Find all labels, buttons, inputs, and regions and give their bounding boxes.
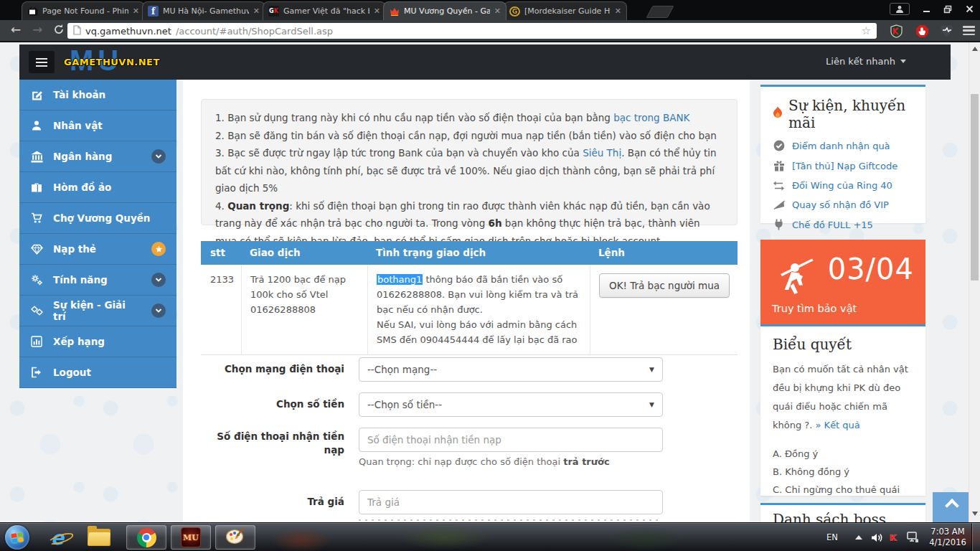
- scrollbar-thumb[interactable]: [971, 94, 979, 281]
- site-logo[interactable]: MU GAMETHUVN.NET: [64, 46, 171, 78]
- tray-time: 7:03 AM: [925, 527, 970, 537]
- browser-tab-3[interactable]: GK Gamer Việt đã "hack bất tử" ✕: [263, 1, 386, 20]
- chevron-up-icon: [855, 535, 862, 540]
- browser-tabbar: Page Not Found - Phim onli ✕ f MU Hà Nội…: [0, 0, 980, 20]
- logout-icon: [30, 367, 43, 378]
- form-row-amount: Chọn số tiền --Chọn số tiền--▼: [201, 392, 738, 417]
- taskbar-ie-icon[interactable]: e: [42, 525, 73, 550]
- event-item-diem-danh[interactable]: Điểm danh nhận quà: [773, 140, 913, 151]
- tray-hidden-icons-button[interactable]: [855, 523, 862, 551]
- poll-option-b: B. Không đồng ý: [773, 463, 913, 481]
- profile-icon[interactable]: [890, 3, 910, 15]
- sidebar-item-tinh-nang[interactable]: Tính năng: [19, 265, 176, 296]
- select-caret-icon: ▼: [649, 366, 654, 373]
- mu-crown-icon: [389, 6, 400, 17]
- forward-button[interactable]: →: [29, 22, 46, 37]
- tray-network-icon[interactable]: [905, 523, 919, 551]
- tab-title: MU Hà Nội- Gamethuvn.net: [163, 2, 249, 21]
- back-button[interactable]: ←: [7, 22, 24, 37]
- sidebar-item-tai-khoan[interactable]: Tài khoản: [19, 80, 176, 110]
- pay-buyer-button[interactable]: OK! Trả bạc người mua: [599, 273, 730, 298]
- briefcase-icon: [30, 182, 43, 193]
- sieu-thi-link[interactable]: Siêu Thị: [583, 147, 621, 159]
- page-scrollbar[interactable]: [969, 42, 980, 522]
- sidebar-item-nhan-vat[interactable]: Nhân vật: [19, 110, 176, 141]
- tray-volume-icon[interactable]: [871, 523, 883, 551]
- gift-icon: [773, 160, 785, 171]
- reload-icon[interactable]: [50, 24, 67, 38]
- windows-flag-icon: [11, 532, 24, 542]
- chevron-down-icon[interactable]: [151, 149, 166, 164]
- scrollbar-up-arrow[interactable]: [972, 47, 978, 51]
- browser-tab-2[interactable]: f MU Hà Nội- Gamethuvn.net ✕: [142, 1, 265, 20]
- bank-icon: [30, 151, 43, 163]
- bookmark-star-icon[interactable]: ☆: [862, 24, 871, 37]
- browser-toolbar: ← → vq.gamethuvn.net/account/#auth/ShopC…: [0, 20, 980, 42]
- tray-clock[interactable]: 7:03 AM 4/1/2016: [925, 527, 970, 548]
- sidebar-item-su-kien-giai-tri[interactable]: Sự kiện - Giải trí: [19, 296, 176, 326]
- amount-select[interactable]: --Chọn số tiền--▼: [359, 392, 663, 417]
- tab-close-icon[interactable]: ✕: [253, 7, 260, 15]
- user-icon: [30, 120, 43, 131]
- event-item-che-do[interactable]: Chế đồ FULL +15: [773, 219, 913, 230]
- restore-button[interactable]: [943, 4, 953, 14]
- sidebar-item-hom-do-ao[interactable]: Hòm đồ ảo: [19, 172, 176, 203]
- browser-tab-1[interactable]: Page Not Found - Phim onli ✕: [22, 1, 145, 20]
- browser-tab-5[interactable]: G [Mordekaiser Guide Hybird ✕: [504, 1, 627, 20]
- facebook-icon: f: [148, 6, 159, 17]
- price-input[interactable]: [359, 490, 663, 514]
- address-bar[interactable]: vq.gamethuvn.net/account/#auth/ShopCardS…: [67, 23, 877, 39]
- kaspersky-extension-icon[interactable]: [888, 23, 904, 39]
- event-item-quay-so[interactable]: Quay số nhận đồ VIP: [773, 199, 913, 210]
- taskbar-paint-button[interactable]: [215, 525, 255, 550]
- event-item-giftcode[interactable]: [Tân thủ] Nạp Giftcode: [773, 160, 913, 171]
- chevron-down-icon: [900, 60, 906, 63]
- banner-label: Truy tìm bảo vật: [772, 303, 857, 314]
- browser-tab-4-active[interactable]: MU Vương Quyền - Gameth ✕: [383, 1, 507, 20]
- taskbar-mu-game-button[interactable]: MU: [171, 525, 211, 550]
- event-item-doi-wing[interactable]: Đổi Wing của Ring 40: [773, 180, 913, 191]
- heart-extension-icon[interactable]: [938, 23, 954, 39]
- adblock-extension-icon[interactable]: [914, 23, 930, 39]
- phone-input[interactable]: [359, 428, 663, 452]
- tab-close-icon[interactable]: ✕: [374, 7, 380, 15]
- edit-icon: [30, 89, 43, 101]
- network-select[interactable]: --Chọn mạng--▼: [359, 357, 663, 382]
- chevron-up-icon: [945, 499, 959, 513]
- scrollbar-down-arrow[interactable]: [972, 512, 978, 516]
- tab-close-icon[interactable]: ✕: [615, 7, 621, 15]
- chevron-down-icon[interactable]: [151, 303, 166, 318]
- close-button[interactable]: [964, 4, 974, 14]
- sidebar-item-nap-the[interactable]: Nạp thẻ: [19, 234, 176, 265]
- taskbar: e MU EN K 7:03 AM 4/1/2016: [0, 522, 980, 551]
- clipped-help-text: [359, 519, 660, 521]
- start-button[interactable]: [5, 525, 29, 550]
- show-desktop-button[interactable]: [971, 523, 980, 551]
- quick-links-menu[interactable]: Liên kết nhanh: [826, 56, 906, 67]
- hamburger-menu-icon[interactable]: [29, 51, 55, 73]
- minimize-button[interactable]: [921, 4, 931, 14]
- tab-title: Page Not Found - Phim onli: [42, 2, 128, 21]
- form-row-price: Trả giá: [201, 490, 738, 514]
- scroll-to-top-button[interactable]: [933, 492, 971, 522]
- gk-icon: GK: [268, 6, 279, 17]
- sidebar-item-cho-vuong-quyen[interactable]: Chợ Vương Quyền: [19, 203, 176, 234]
- amount-label: Chọn số tiền: [208, 397, 344, 411]
- bank-link[interactable]: bạc trong BANK: [613, 112, 689, 123]
- sidebar-item-xep-hang[interactable]: Xếp hạng: [19, 326, 176, 357]
- taskbar-chrome-button[interactable]: [126, 525, 166, 550]
- sidebar-item-ngan-hang[interactable]: Ngân hàng: [19, 141, 176, 172]
- sidebar-item-logout[interactable]: Logout: [19, 357, 176, 388]
- chrome-menu-icon[interactable]: [963, 26, 975, 35]
- tab-close-icon[interactable]: ✕: [133, 7, 139, 15]
- event-banner[interactable]: 03/04 Truy tìm bảo vật: [760, 240, 925, 327]
- taskbar-explorer-icon[interactable]: [83, 525, 115, 550]
- tray-kaspersky-icon[interactable]: K: [890, 523, 897, 551]
- new-tab-button[interactable]: [646, 6, 674, 18]
- poll-result-link[interactable]: » Kết quả: [816, 420, 860, 430]
- chevron-down-icon[interactable]: [151, 273, 166, 287]
- treasure-hunter-icon: [778, 255, 815, 298]
- tab-close-icon[interactable]: ✕: [494, 7, 501, 15]
- tray-language[interactable]: EN: [826, 523, 838, 551]
- tab-title: Gamer Việt đã "hack bất tử": [283, 2, 369, 21]
